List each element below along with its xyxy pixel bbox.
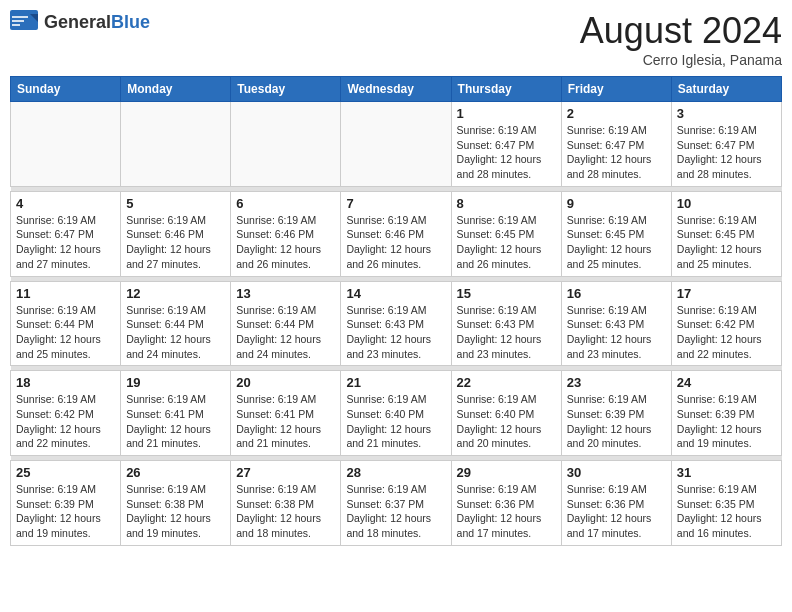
day-number: 20 xyxy=(236,375,335,390)
weekday-header: Thursday xyxy=(451,77,561,102)
weekday-header: Friday xyxy=(561,77,671,102)
logo-blue: Blue xyxy=(111,12,150,32)
logo-icon xyxy=(10,10,40,34)
day-info: Sunrise: 6:19 AM Sunset: 6:45 PM Dayligh… xyxy=(677,213,776,272)
calendar-cell: 18Sunrise: 6:19 AM Sunset: 6:42 PM Dayli… xyxy=(11,371,121,456)
svg-rect-4 xyxy=(12,24,20,26)
weekday-header: Tuesday xyxy=(231,77,341,102)
calendar-header: SundayMondayTuesdayWednesdayThursdayFrid… xyxy=(11,77,782,102)
calendar-cell: 24Sunrise: 6:19 AM Sunset: 6:39 PM Dayli… xyxy=(671,371,781,456)
day-number: 17 xyxy=(677,286,776,301)
calendar-cell: 25Sunrise: 6:19 AM Sunset: 6:39 PM Dayli… xyxy=(11,461,121,546)
day-info: Sunrise: 6:19 AM Sunset: 6:43 PM Dayligh… xyxy=(346,303,445,362)
day-info: Sunrise: 6:19 AM Sunset: 6:41 PM Dayligh… xyxy=(236,392,335,451)
calendar-subtitle: Cerro Iglesia, Panama xyxy=(580,52,782,68)
calendar-cell: 20Sunrise: 6:19 AM Sunset: 6:41 PM Dayli… xyxy=(231,371,341,456)
logo-general: General xyxy=(44,12,111,32)
day-info: Sunrise: 6:19 AM Sunset: 6:38 PM Dayligh… xyxy=(126,482,225,541)
calendar-cell: 17Sunrise: 6:19 AM Sunset: 6:42 PM Dayli… xyxy=(671,281,781,366)
day-number: 29 xyxy=(457,465,556,480)
logo-text: GeneralBlue xyxy=(44,12,150,33)
day-info: Sunrise: 6:19 AM Sunset: 6:47 PM Dayligh… xyxy=(677,123,776,182)
calendar-cell: 30Sunrise: 6:19 AM Sunset: 6:36 PM Dayli… xyxy=(561,461,671,546)
calendar-cell: 28Sunrise: 6:19 AM Sunset: 6:37 PM Dayli… xyxy=(341,461,451,546)
day-info: Sunrise: 6:19 AM Sunset: 6:43 PM Dayligh… xyxy=(457,303,556,362)
svg-rect-3 xyxy=(12,20,24,22)
weekday-header: Saturday xyxy=(671,77,781,102)
calendar-cell: 10Sunrise: 6:19 AM Sunset: 6:45 PM Dayli… xyxy=(671,191,781,276)
day-info: Sunrise: 6:19 AM Sunset: 6:45 PM Dayligh… xyxy=(457,213,556,272)
calendar-title-area: August 2024 Cerro Iglesia, Panama xyxy=(580,10,782,68)
calendar-cell: 22Sunrise: 6:19 AM Sunset: 6:40 PM Dayli… xyxy=(451,371,561,456)
day-info: Sunrise: 6:19 AM Sunset: 6:47 PM Dayligh… xyxy=(457,123,556,182)
weekday-header: Wednesday xyxy=(341,77,451,102)
day-info: Sunrise: 6:19 AM Sunset: 6:42 PM Dayligh… xyxy=(16,392,115,451)
day-number: 11 xyxy=(16,286,115,301)
day-number: 4 xyxy=(16,196,115,211)
calendar-cell xyxy=(231,102,341,187)
calendar-main-title: August 2024 xyxy=(580,10,782,52)
calendar-cell xyxy=(11,102,121,187)
day-number: 28 xyxy=(346,465,445,480)
calendar-cell: 9Sunrise: 6:19 AM Sunset: 6:45 PM Daylig… xyxy=(561,191,671,276)
day-number: 30 xyxy=(567,465,666,480)
day-info: Sunrise: 6:19 AM Sunset: 6:46 PM Dayligh… xyxy=(126,213,225,272)
calendar-cell: 15Sunrise: 6:19 AM Sunset: 6:43 PM Dayli… xyxy=(451,281,561,366)
page-header: GeneralBlue August 2024 Cerro Iglesia, P… xyxy=(10,10,782,68)
day-info: Sunrise: 6:19 AM Sunset: 6:39 PM Dayligh… xyxy=(16,482,115,541)
calendar-cell: 12Sunrise: 6:19 AM Sunset: 6:44 PM Dayli… xyxy=(121,281,231,366)
day-info: Sunrise: 6:19 AM Sunset: 6:46 PM Dayligh… xyxy=(346,213,445,272)
day-number: 7 xyxy=(346,196,445,211)
calendar-cell: 3Sunrise: 6:19 AM Sunset: 6:47 PM Daylig… xyxy=(671,102,781,187)
calendar-cell: 21Sunrise: 6:19 AM Sunset: 6:40 PM Dayli… xyxy=(341,371,451,456)
day-info: Sunrise: 6:19 AM Sunset: 6:46 PM Dayligh… xyxy=(236,213,335,272)
day-number: 15 xyxy=(457,286,556,301)
day-info: Sunrise: 6:19 AM Sunset: 6:47 PM Dayligh… xyxy=(16,213,115,272)
week-row: 1Sunrise: 6:19 AM Sunset: 6:47 PM Daylig… xyxy=(11,102,782,187)
day-number: 18 xyxy=(16,375,115,390)
day-number: 2 xyxy=(567,106,666,121)
day-info: Sunrise: 6:19 AM Sunset: 6:40 PM Dayligh… xyxy=(457,392,556,451)
day-number: 12 xyxy=(126,286,225,301)
day-number: 16 xyxy=(567,286,666,301)
day-info: Sunrise: 6:19 AM Sunset: 6:35 PM Dayligh… xyxy=(677,482,776,541)
calendar-cell xyxy=(121,102,231,187)
day-info: Sunrise: 6:19 AM Sunset: 6:38 PM Dayligh… xyxy=(236,482,335,541)
day-number: 5 xyxy=(126,196,225,211)
day-info: Sunrise: 6:19 AM Sunset: 6:41 PM Dayligh… xyxy=(126,392,225,451)
day-number: 27 xyxy=(236,465,335,480)
day-number: 8 xyxy=(457,196,556,211)
weekday-header: Monday xyxy=(121,77,231,102)
day-number: 19 xyxy=(126,375,225,390)
day-info: Sunrise: 6:19 AM Sunset: 6:36 PM Dayligh… xyxy=(567,482,666,541)
day-number: 14 xyxy=(346,286,445,301)
day-info: Sunrise: 6:19 AM Sunset: 6:44 PM Dayligh… xyxy=(236,303,335,362)
day-number: 25 xyxy=(16,465,115,480)
calendar-cell: 23Sunrise: 6:19 AM Sunset: 6:39 PM Dayli… xyxy=(561,371,671,456)
day-number: 22 xyxy=(457,375,556,390)
day-info: Sunrise: 6:19 AM Sunset: 6:44 PM Dayligh… xyxy=(126,303,225,362)
calendar-cell: 29Sunrise: 6:19 AM Sunset: 6:36 PM Dayli… xyxy=(451,461,561,546)
day-info: Sunrise: 6:19 AM Sunset: 6:39 PM Dayligh… xyxy=(677,392,776,451)
calendar-table: SundayMondayTuesdayWednesdayThursdayFrid… xyxy=(10,76,782,546)
day-info: Sunrise: 6:19 AM Sunset: 6:47 PM Dayligh… xyxy=(567,123,666,182)
weekday-header-row: SundayMondayTuesdayWednesdayThursdayFrid… xyxy=(11,77,782,102)
day-number: 6 xyxy=(236,196,335,211)
calendar-cell: 4Sunrise: 6:19 AM Sunset: 6:47 PM Daylig… xyxy=(11,191,121,276)
day-number: 3 xyxy=(677,106,776,121)
day-info: Sunrise: 6:19 AM Sunset: 6:43 PM Dayligh… xyxy=(567,303,666,362)
calendar-cell: 8Sunrise: 6:19 AM Sunset: 6:45 PM Daylig… xyxy=(451,191,561,276)
week-row: 18Sunrise: 6:19 AM Sunset: 6:42 PM Dayli… xyxy=(11,371,782,456)
calendar-cell xyxy=(341,102,451,187)
weekday-header: Sunday xyxy=(11,77,121,102)
calendar-body: 1Sunrise: 6:19 AM Sunset: 6:47 PM Daylig… xyxy=(11,102,782,546)
day-info: Sunrise: 6:19 AM Sunset: 6:42 PM Dayligh… xyxy=(677,303,776,362)
day-number: 26 xyxy=(126,465,225,480)
day-info: Sunrise: 6:19 AM Sunset: 6:40 PM Dayligh… xyxy=(346,392,445,451)
calendar-cell: 14Sunrise: 6:19 AM Sunset: 6:43 PM Dayli… xyxy=(341,281,451,366)
day-info: Sunrise: 6:19 AM Sunset: 6:37 PM Dayligh… xyxy=(346,482,445,541)
calendar-cell: 31Sunrise: 6:19 AM Sunset: 6:35 PM Dayli… xyxy=(671,461,781,546)
day-info: Sunrise: 6:19 AM Sunset: 6:45 PM Dayligh… xyxy=(567,213,666,272)
day-number: 10 xyxy=(677,196,776,211)
day-number: 24 xyxy=(677,375,776,390)
